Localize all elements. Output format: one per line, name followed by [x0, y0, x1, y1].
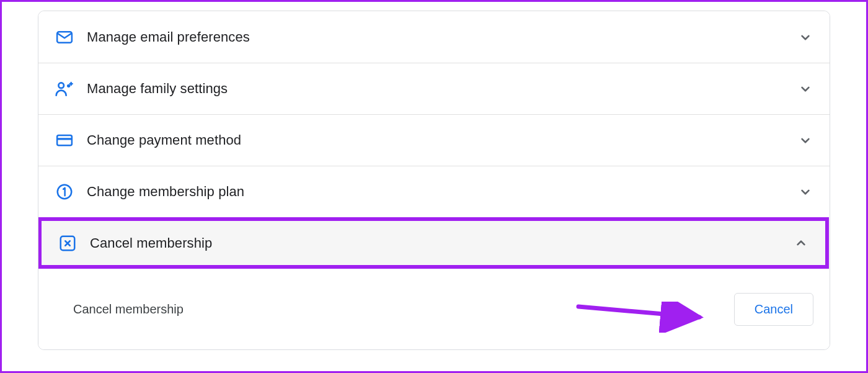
row-label: Manage family settings — [87, 81, 797, 97]
row-label: Change payment method — [87, 132, 797, 148]
row-label: Change membership plan — [87, 184, 797, 200]
svg-rect-3 — [57, 135, 72, 145]
chevron-down-icon — [797, 132, 813, 148]
detail-label: Cancel membership — [73, 302, 734, 317]
row-membership-plan[interactable]: Change membership plan — [38, 166, 830, 217]
row-family-settings[interactable]: Manage family settings — [38, 63, 830, 114]
svg-point-2 — [67, 84, 70, 88]
row-email-preferences[interactable]: Manage email preferences — [38, 11, 830, 63]
chevron-up-icon — [793, 235, 809, 251]
chevron-down-icon — [797, 81, 813, 97]
cancel-box-icon — [58, 233, 78, 253]
chevron-down-icon — [797, 184, 813, 200]
chevron-down-icon — [797, 29, 813, 45]
highlight-box: Cancel membership — [38, 217, 829, 269]
svg-point-1 — [58, 83, 64, 88]
row-label: Manage email preferences — [87, 29, 797, 45]
cancel-membership-detail: Cancel membership Cancel — [38, 269, 830, 349]
circled-one-icon — [55, 182, 74, 202]
settings-accordion-card: Manage email preferences Manage family s… — [38, 11, 830, 350]
row-cancel-membership[interactable]: Cancel membership — [38, 217, 830, 269]
svg-rect-4 — [57, 138, 72, 140]
annotated-screenshot-frame: Manage email preferences Manage family s… — [0, 0, 868, 373]
row-payment-method[interactable]: Change payment method — [38, 114, 830, 166]
mail-icon — [55, 27, 74, 47]
family-icon — [55, 79, 74, 99]
cancel-button[interactable]: Cancel — [734, 293, 813, 326]
row-label: Cancel membership — [90, 235, 793, 251]
credit-card-icon — [55, 130, 74, 150]
